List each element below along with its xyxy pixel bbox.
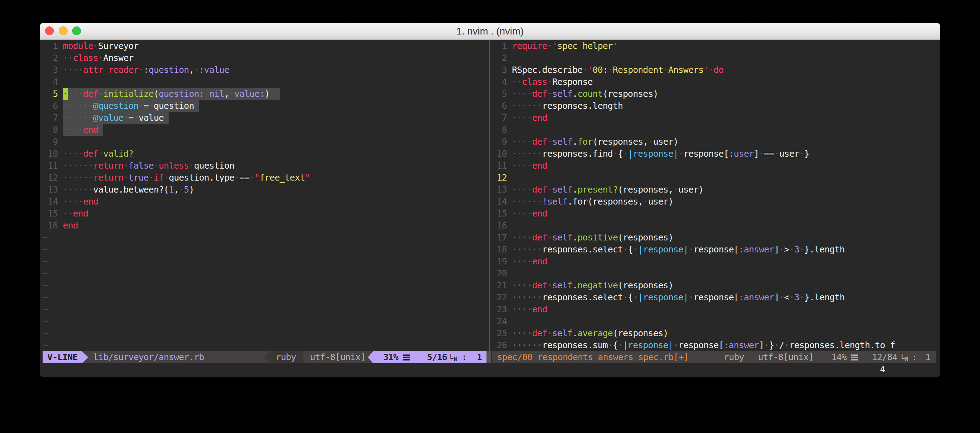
space-dot-icon: ·: [547, 41, 552, 51]
space-dot-icon: ·: [648, 137, 653, 147]
space-dot-icon: ·: [123, 113, 128, 123]
space-dot-icon: ·: [522, 244, 527, 255]
code-token: positive: [577, 232, 618, 242]
space-dot-icon: ·: [522, 89, 527, 99]
powerline-arrow-icon: [82, 351, 88, 363]
powerline-arrow-icon: [368, 351, 373, 363]
code-line: 10····def·valid?: [43, 148, 134, 160]
space-dot-icon: ·: [688, 292, 693, 302]
space-dot-icon: ·: [78, 161, 83, 171]
space-dot-icon: ·: [774, 340, 779, 350]
space-dot-icon: ·: [73, 101, 78, 111]
code-line: 25····def·self.average(responses): [492, 327, 668, 339]
code-token: response[: [683, 148, 729, 159]
code-token: ): [264, 89, 269, 99]
code-token: (responses): [618, 280, 673, 290]
line-number: 7: [43, 112, 63, 124]
space-dot-icon: ·: [678, 148, 683, 159]
empty-buffer-line: ~: [43, 232, 48, 244]
code-token: ": [305, 172, 310, 183]
code-token: user): [648, 196, 673, 207]
space-dot-icon: ·: [512, 340, 517, 350]
code-line: 15··end: [43, 208, 88, 220]
vim-split-divider[interactable]: [489, 40, 490, 351]
code-token: question.type: [169, 172, 234, 183]
code-token: Response: [552, 77, 593, 87]
space-dot-icon: ·: [512, 232, 517, 242]
code-token: responses.find: [542, 148, 612, 159]
code-token: def: [532, 89, 547, 99]
code-token: ': [703, 65, 708, 75]
space-dot-icon: ·: [789, 244, 794, 255]
line-number: 6: [43, 100, 63, 112]
code-token: ,: [224, 89, 229, 99]
code-line: 3····attr_reader·:question,·:value: [43, 64, 229, 76]
code-token: end: [83, 196, 98, 207]
code-token: question:: [159, 89, 204, 99]
code-token: user): [653, 137, 678, 147]
code-token: end: [532, 256, 547, 266]
code-token: ,: [174, 185, 179, 195]
space-dot-icon: ·: [527, 101, 532, 111]
code-line: 24: [492, 315, 512, 327]
code-token: def: [83, 89, 98, 99]
code-line: 17····def·self.positive(responses): [492, 232, 673, 244]
code-token: Surveyor: [98, 41, 139, 51]
code-token: present?: [577, 185, 618, 195]
space-dot-icon: ·: [512, 280, 517, 290]
code-line: 8: [492, 124, 512, 136]
code-token: .for(responses,: [568, 196, 643, 207]
space-dot-icon: ·: [527, 232, 532, 242]
encoding-label: utf-8[unix]: [758, 351, 813, 363]
code-token: valid?: [103, 148, 134, 159]
line-number: 22: [492, 291, 512, 304]
space-dot-icon: ·: [63, 113, 68, 123]
code-line: 14······!self.for(responses,·user): [492, 196, 673, 208]
column-number: 1: [926, 351, 931, 363]
space-dot-icon: ·: [78, 125, 83, 135]
space-dot-icon: ·: [512, 101, 517, 111]
code-token: value: [138, 113, 164, 123]
code-line: 26······responses.sum·{·|response|·respo…: [492, 339, 895, 351]
space-dot-icon: ·: [643, 196, 648, 207]
space-dot-icon: ·: [517, 232, 522, 242]
code-token: :user: [729, 148, 754, 159]
space-dot-icon: ·: [517, 89, 522, 99]
line-number: 10: [492, 148, 512, 160]
space-dot-icon: ·: [527, 196, 532, 207]
space-dot-icon: ·: [547, 328, 552, 338]
code-token: end: [532, 113, 547, 123]
code-token: return: [93, 161, 124, 171]
scroll-percent: 31%: [383, 351, 398, 363]
space-dot-icon: ·: [78, 113, 83, 123]
space-dot-icon: ·: [68, 161, 73, 171]
code-token: module: [63, 41, 93, 51]
code-line: 12······return·true·if·question.type·==·…: [43, 172, 310, 184]
space-dot-icon: ·: [78, 148, 83, 159]
code-token: def: [532, 137, 547, 147]
code-token: do: [714, 65, 724, 75]
code-token: ': [613, 41, 618, 51]
linenr-icon: ≡: [403, 355, 410, 360]
code-token: end: [532, 161, 547, 171]
space-dot-icon: ·: [537, 148, 542, 159]
space-dot-icon: ·: [522, 161, 527, 171]
code-token: (responses): [603, 89, 658, 99]
code-token: }: [804, 148, 809, 159]
line-number: 18: [492, 244, 512, 256]
line-number: 25: [492, 327, 512, 339]
code-token: free_text: [259, 172, 305, 183]
code-line: 16end: [43, 220, 78, 232]
space-dot-icon: ·: [522, 256, 527, 266]
code-token: >: [784, 244, 789, 255]
code-token: {: [613, 340, 618, 350]
space-dot-icon: ·: [517, 244, 522, 255]
code-token: }: [769, 340, 774, 350]
line-number: 26: [492, 339, 512, 351]
space-dot-icon: ·: [522, 304, 527, 314]
code-token: ]: [774, 244, 779, 255]
code-token: }.length: [804, 244, 845, 255]
space-dot-icon: ·: [517, 148, 522, 159]
terminal-content[interactable]: 1module·Surveyor2··class·Answer3····attr…: [40, 40, 940, 377]
space-dot-icon: ·: [522, 209, 527, 219]
